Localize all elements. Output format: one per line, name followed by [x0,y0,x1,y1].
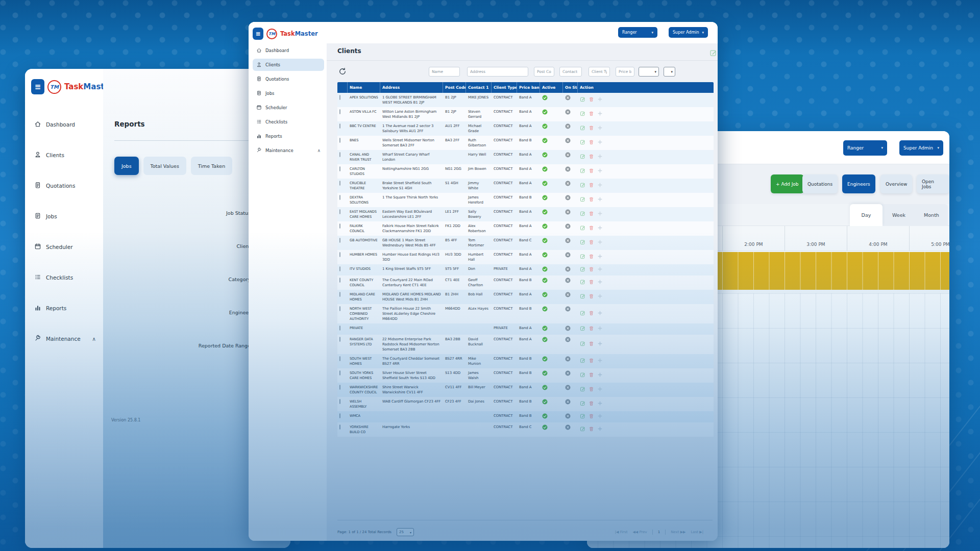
filter-select-1[interactable]: ▾ [639,67,659,77]
delete-icon[interactable] [589,400,594,408]
row-checkbox[interactable] [339,123,340,129]
tab-jobs[interactable]: Jobs [114,157,139,175]
toolbar-button-overview[interactable]: Overview [880,174,912,193]
hamburger-menu-icon[interactable]: ≡ [253,28,263,40]
tab-total-values[interactable]: Total Values [143,157,186,175]
row-checkbox[interactable] [339,166,340,171]
last-page-button[interactable]: Last ▶| [691,530,703,534]
delete-icon[interactable] [589,266,594,273]
filter-select-2[interactable]: ▾ [664,67,675,77]
filter-input-client-type[interactable] [589,67,610,77]
edit-icon[interactable] [580,196,585,204]
row-checkbox[interactable] [339,95,340,100]
prev-page-button[interactable]: ◀◀ Prev [632,530,647,534]
edit-icon[interactable] [580,413,585,420]
filter-input-contact-1[interactable] [559,67,582,77]
edit-icon[interactable] [709,49,717,57]
row-checkbox[interactable] [339,223,340,229]
sidebar-item-quotations[interactable]: Quotations [30,177,100,194]
sidebar-item-quotations[interactable]: Quotations [253,73,324,85]
row-checkbox[interactable] [339,356,340,361]
table-row[interactable]: YORKSHIRE BUILD COHarrogate YorksCONTRAC… [337,422,714,437]
table-row[interactable]: APEX SOLUTIONS1 GLOBE STREET BIRMINGHAM … [337,93,714,107]
row-checkbox[interactable] [339,252,340,257]
sidebar-item-maintenance[interactable]: Maintenance∧ [253,144,324,157]
table-row[interactable]: ITV STUDIOS1 King Street Staffs ST5 5FFS… [337,264,714,276]
row-checkbox[interactable] [339,109,340,114]
delete-icon[interactable] [589,325,594,333]
sidebar-item-dashboard[interactable]: Dashboard [30,116,100,133]
edit-icon[interactable] [580,211,585,218]
edit-icon[interactable] [580,168,585,175]
table-row[interactable]: SOUTH WEST HOMESThe Courtyard Cheddar So… [337,354,714,368]
delete-icon[interactable] [589,196,594,204]
table-row[interactable]: SOUTH YORKS CARE HOMESSilver House Silve… [337,368,714,383]
table-row[interactable]: HUMBER HOMESHumber House East Ridings HU… [337,250,714,264]
row-checkbox[interactable] [339,278,340,283]
edit-icon[interactable] [580,279,585,286]
toolbar-button-quotations[interactable]: Quotations [802,174,838,193]
table-row[interactable]: BBC TV CENTRE1 The Avenue road 2 sector … [337,121,714,136]
role-dropdown[interactable]: Super Admin▾ [669,27,708,38]
hamburger-menu-icon[interactable]: ≡ [31,79,44,94]
delete-icon[interactable] [589,96,594,104]
delete-icon[interactable] [589,211,594,218]
edit-icon[interactable] [580,239,585,246]
plus-icon[interactable] [597,168,603,175]
table-row[interactable]: WELSH ASSEMBLYWAB Cardiff Glamorgan CF23… [337,397,714,411]
edit-icon[interactable] [580,125,585,132]
table-row[interactable]: MIDLAND CARE HOMESMIDLAND CARE HOMES MID… [337,290,714,304]
delete-icon[interactable] [589,125,594,132]
edit-icon[interactable] [580,96,585,104]
edit-icon[interactable] [580,341,585,348]
first-page-button[interactable]: |◀ First [615,530,628,534]
row-checkbox[interactable] [339,370,340,375]
edit-icon[interactable] [580,310,585,317]
delete-icon[interactable] [589,310,594,317]
table-row[interactable]: WMCACONTRACTBand B [337,411,714,422]
plus-icon[interactable] [597,413,603,420]
sidebar-item-clients[interactable]: Clients [253,59,324,71]
table-row[interactable]: WARKWICKSHIRE COUNTY COUCILShire Street … [337,383,714,397]
collapse-caret-icon[interactable]: ∧ [92,336,96,342]
delete-icon[interactable] [589,154,594,161]
delete-icon[interactable] [589,139,594,146]
row-checkbox[interactable] [339,337,340,342]
sidebar-item-reports[interactable]: Reports [30,299,100,317]
toolbar-button-open-jobs[interactable]: Open Jobs [917,174,949,193]
sidebar-item-checklists[interactable]: Checklists [253,116,324,128]
row-checkbox[interactable] [339,306,340,311]
next-page-button[interactable]: Next ▶▶ [671,530,685,534]
plus-icon[interactable] [597,96,603,104]
plus-icon[interactable] [597,426,603,433]
delete-icon[interactable] [589,341,594,348]
table-row[interactable]: BNESWells Street Midsomer Norton Somerse… [337,136,714,150]
edit-icon[interactable] [580,293,585,300]
delete-icon[interactable] [589,182,594,189]
edit-icon[interactable] [580,386,585,393]
plus-icon[interactable] [597,310,603,317]
edit-icon[interactable] [580,182,585,189]
company-dropdown[interactable]: Ranger▾ [843,140,887,156]
plus-icon[interactable] [597,279,603,286]
edit-icon[interactable] [580,400,585,408]
filter-input-address[interactable] [467,67,528,77]
sidebar-item-scheduler[interactable]: Scheduler [253,102,324,114]
row-checkbox[interactable] [339,152,340,157]
plus-icon[interactable] [597,266,603,273]
table-row[interactable]: DEXTRA SOLUTIONS1 The Square Thirsk Nort… [337,193,714,207]
sidebar-item-maintenance[interactable]: Maintenance∧ [30,330,100,347]
plus-icon[interactable] [597,182,603,189]
plus-icon[interactable] [597,372,603,379]
delete-icon[interactable] [589,225,594,232]
row-checkbox[interactable] [339,413,340,418]
row-checkbox[interactable] [339,181,340,186]
table-row[interactable]: ASTON VILLA FCWitton Lane Aston Birmingh… [337,107,714,121]
delete-icon[interactable] [589,426,594,433]
plus-icon[interactable] [597,400,603,408]
sidebar-item-dashboard[interactable]: Dashboard [253,44,324,57]
row-checkbox[interactable] [339,399,340,404]
sidebar-item-jobs[interactable]: Jobs [30,208,100,225]
toolbar-button-engineers[interactable]: Engineers [842,174,875,193]
edit-icon[interactable] [580,154,585,161]
